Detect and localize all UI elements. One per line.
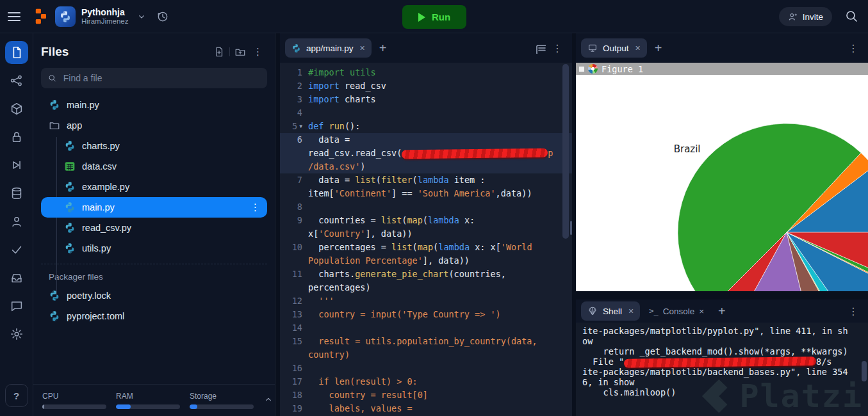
meter-fill [116, 404, 131, 409]
code-line-16[interactable]: 16 [280, 362, 572, 375]
meter-cpu: CPU [42, 392, 106, 409]
close-tab-icon[interactable]: × [635, 43, 641, 53]
rail-item-inbox[interactable] [5, 266, 28, 289]
code-line-8[interactable]: 8 [280, 200, 572, 214]
code-line-11[interactable]: 11 charts.generate_pie_chart(countries, … [280, 268, 572, 294]
file-label: app [67, 120, 82, 131]
editor-tabbar: app/main.py × + ⋮ [280, 33, 572, 63]
output-pane: Output × + ⋮ Figure 1 Brazil [576, 33, 868, 291]
rail-item-help[interactable]: ? [5, 384, 28, 407]
editor-menu-kebab[interactable]: ⋮ [552, 42, 563, 54]
divider [229, 47, 230, 56]
output-menu-kebab[interactable]: ⋮ [844, 42, 863, 54]
rail-item-settings[interactable] [5, 323, 28, 346]
invite-button[interactable]: Invite [779, 7, 832, 26]
code-line-6[interactable]: 6 data = read_csv.read_csv(p /data.csv') [280, 133, 572, 173]
history-button[interactable] [153, 7, 172, 26]
code-line-17[interactable]: 17 if len(result) > 0: [280, 375, 572, 388]
close-tab-icon[interactable]: × [699, 307, 704, 316]
file-search-input[interactable] [62, 72, 261, 84]
rail-item-checks[interactable] [5, 238, 28, 261]
tab-console[interactable]: >_ Console × [643, 307, 710, 316]
code-line-9[interactable]: 9 countries = list(map(lambda x: x['Coun… [280, 214, 572, 241]
project-avatar[interactable] [55, 6, 76, 27]
monitor-icon [587, 43, 598, 53]
file-item-utils.py[interactable]: utils.py [41, 238, 267, 259]
chevron-down-icon[interactable] [136, 12, 147, 22]
global-search-button[interactable] [844, 8, 859, 26]
code-line-5[interactable]: 5▼def run(): [280, 120, 572, 133]
new-tab-button[interactable]: + [650, 41, 667, 56]
rail-item-account[interactable] [5, 210, 28, 233]
rail-item-source-control[interactable] [5, 69, 28, 92]
new-file-button[interactable] [210, 43, 228, 61]
code-line-12[interactable]: 12 ''' [280, 294, 572, 308]
line-number: 2 [280, 79, 308, 93]
rail-item-secrets[interactable] [5, 125, 28, 148]
project-info[interactable]: Pythonhja HiramJimenez [81, 7, 129, 26]
code-line-4[interactable]: 4 [280, 106, 572, 120]
code-editor[interactable]: 1#import utils2import read_csv3import ch… [280, 63, 572, 416]
close-tab-icon[interactable]: × [628, 306, 634, 316]
line-number: 12 [280, 294, 308, 308]
file-item-charts.py[interactable]: charts.py [41, 136, 267, 156]
new-tab-button[interactable]: + [713, 304, 731, 319]
run-button[interactable]: Run [402, 5, 466, 29]
rail-item-workflows[interactable] [5, 154, 28, 177]
shell-scrollbar[interactable] [862, 361, 867, 381]
redaction-scribble [402, 148, 548, 159]
rail-item-chat[interactable] [5, 294, 28, 317]
shell-line-1: ite-packages/matplotlib/pyplot.py", line… [582, 326, 862, 346]
file-item-read_csv.py[interactable]: read_csv.py [41, 218, 267, 238]
tab-app-main-py[interactable]: app/main.py × [285, 38, 372, 58]
editor-scrollbar[interactable] [562, 64, 569, 239]
tab-shell[interactable]: Shell × [581, 301, 640, 321]
code-line-15[interactable]: 15 result = utils.population_by_country(… [280, 335, 572, 362]
new-folder-button[interactable] [231, 43, 249, 61]
file-item-kebab[interactable]: ⋮ [250, 202, 261, 213]
code-content: #import utils [308, 66, 572, 79]
check-icon [10, 243, 24, 257]
search-icon [47, 73, 57, 83]
line-number: 5▼ [280, 120, 308, 133]
gear-icon [10, 327, 24, 341]
files-menu-kebab[interactable]: ⋮ [249, 43, 267, 61]
fold-arrow-icon[interactable]: ▼ [299, 120, 302, 133]
rail-item-packages[interactable] [5, 97, 28, 120]
code-line-10[interactable]: 10 percentages = list(map(lambda x: x['W… [280, 241, 572, 268]
file-item-data.csv[interactable]: data.csv [41, 156, 267, 177]
code-line-2[interactable]: 2import read_csv [280, 79, 572, 93]
file-label: utils.py [82, 243, 111, 253]
file-item-main.py[interactable]: main.py [41, 95, 267, 115]
code-line-14[interactable]: 14 [280, 321, 572, 335]
file-item-pyproject.toml[interactable]: pyproject.toml [41, 306, 267, 326]
new-tab-button[interactable]: + [374, 41, 392, 56]
shell-output[interactable]: ite-packages/matplotlib/pyplot.py", line… [576, 323, 868, 416]
project-title: Pythonhja [81, 7, 129, 17]
meter-label: CPU [42, 392, 106, 401]
files-header: Files ⋮ [41, 42, 267, 61]
code-line-1[interactable]: 1#import utils [280, 66, 572, 79]
folder-item-app[interactable]: app [41, 115, 267, 136]
collapse-meters-button[interactable] [263, 394, 274, 406]
rail-item-files[interactable] [5, 41, 28, 64]
code-line-19[interactable]: 19 labels, values = [280, 402, 572, 415]
tab-output[interactable]: Output × [581, 38, 647, 58]
file-item-main.py[interactable]: main.py⋮ [41, 197, 267, 218]
editor-layout-icon[interactable] [534, 42, 546, 54]
play-icon [418, 13, 425, 22]
hamburger-menu-icon[interactable] [8, 7, 27, 26]
file-item-example.py[interactable]: example.py [41, 177, 267, 197]
close-tab-icon[interactable]: × [360, 43, 365, 53]
code-content: data = list(filter(lambda item : item['C… [308, 173, 572, 200]
shell-menu-kebab[interactable]: ⋮ [844, 305, 863, 317]
code-line-13[interactable]: 13 country = input('Type Country => ') [280, 308, 572, 321]
pane-resize-handle[interactable] [570, 221, 572, 235]
code-line-3[interactable]: 3import charts [280, 93, 572, 106]
file-tree: main.pyappcharts.pydata.csvexample.pymai… [41, 95, 267, 259]
code-line-7[interactable]: 7 data = list(filter(lambda item : item[… [280, 173, 572, 200]
code-content: if len(result) > 0: [308, 375, 572, 388]
file-item-poetry.lock[interactable]: poetry.lock [41, 285, 267, 306]
rail-item-database[interactable] [5, 182, 28, 205]
code-line-18[interactable]: 18 country = result[0] [280, 388, 572, 402]
